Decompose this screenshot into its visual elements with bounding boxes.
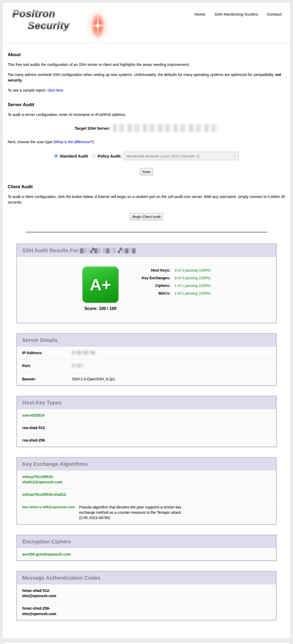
stat-value: 1 of 1 passing (100%) [170, 283, 210, 288]
results-title: SSH Audit Results For ▓▒░▞▓▒ ▒▓░▒ ▞▒▓░▓ [17, 244, 276, 257]
nav-contact[interactable]: Contact [267, 12, 282, 16]
table-row: aes256-gcm@openssh.com [17, 548, 276, 560]
row-value-redacted [72, 363, 84, 369]
scan-type-difference-link[interactable]: What is the difference? [54, 140, 92, 144]
table-row: rsa-sha2-256 [17, 434, 276, 446]
site-header: Positron Security Home SSH Hardening Gui… [2, 2, 291, 43]
algorithm-note: Pseudo-algorithm that denotes the peer s… [79, 505, 184, 521]
row-label: Port: [22, 363, 72, 369]
standard-audit-radio[interactable] [54, 154, 58, 158]
host-key-types-heading: Host Key Types [17, 396, 276, 409]
main-content: Positron Security Home SSH Hardening Gui… [2, 2, 291, 639]
about-p2-text: Too many admins overlook SSH configurati… [8, 73, 275, 77]
scan-type-line: Next, choose the scan type (What is the … [8, 139, 285, 145]
key-exchange-body: sntrup761x25519-sha512@openssh.com sntru… [17, 471, 276, 524]
stat-value: 3 of 3 passing (100%) [170, 268, 210, 272]
grade-column: A+ Score: 100 / 100 [83, 267, 118, 311]
redacted-ip-value [72, 351, 96, 355]
table-row: sntrup761x25519-sha512@openssh.com [17, 471, 276, 488]
scan-type-text-end: ): [92, 140, 95, 144]
macs-body: hmac-sha2-512-etm@openssh.com hmac-sha2-… [17, 584, 276, 620]
begin-client-audit-button[interactable]: Begin Client Audit [130, 213, 163, 220]
audit-results: SSH Audit Results For ▓▒░▞▓▒ ▒▓░▒ ▞▒▓░▓ … [16, 244, 277, 620]
scan-button-row: Scan [8, 168, 285, 175]
scan-button[interactable]: Scan [140, 168, 153, 175]
score-label: Score: 100 / 100 [83, 306, 118, 311]
table-row: sntrup761x25519-sha512 [17, 488, 276, 501]
results-title-text: SSH Audit Results For [22, 247, 80, 253]
nav-ssh-hardening-guides[interactable]: SSH Hardening Guides [214, 12, 258, 16]
server-details-body: IP Address: Port: Banner: SSH-2.0-OpenSS… [17, 347, 276, 385]
scan-type-text: Next, choose the scan type ( [8, 140, 54, 144]
macs-box: Message Authentication Codes hmac-sha2-5… [16, 571, 277, 620]
client-audit-button-row: Begin Client Audit [8, 213, 285, 220]
target-ssh-server-input[interactable] [113, 124, 218, 132]
row-value: SSH-2.0-OpenSSH_9.2p1 [72, 376, 115, 382]
server-audit-heading: Server Audit [8, 102, 285, 107]
table-row: rsa-sha2-512 [17, 421, 276, 434]
policy-audit-radio[interactable] [92, 154, 96, 158]
sample-report-text: To see a sample report, [8, 88, 47, 92]
chevron-down-icon: ⌄ [234, 154, 236, 158]
macs-heading: Message Authentication Codes [17, 571, 276, 584]
about-paragraph-1: This free tool audits the configuration … [8, 62, 285, 67]
site-footer: sshaudit.com Copyright 2017-2023 Positro… [2, 642, 291, 644]
algorithm-note [79, 492, 184, 497]
algorithm-name: hmac-sha2-256-etm@openssh.com [22, 606, 65, 616]
grade-badge: A+ [83, 267, 118, 303]
table-row: kex-strict-s-v00@openssh.com Pseudo-algo… [17, 501, 276, 524]
algorithm-name: aes256-gcm@openssh.com [22, 552, 91, 557]
client-audit-text: To audit a client configuration, click t… [8, 195, 168, 199]
redacted-input-value [113, 124, 218, 132]
about-p3-period: . [63, 88, 64, 92]
key-exchange-box: Key Exchange Algorithms sntrup761x25519-… [16, 457, 277, 525]
grade-letter: A+ [90, 275, 111, 294]
standard-audit-label: Standard Audit [60, 154, 88, 158]
section-divider [26, 232, 267, 232]
nav-home[interactable]: Home [194, 12, 205, 16]
about-heading: About [8, 52, 285, 57]
row-value-redacted [72, 350, 96, 356]
policy-select[interactable]: Hardened Amazon Linux 2023 (version 1) ⌄ [123, 152, 239, 160]
about-paragraph-3: To see a sample report, click here. [8, 88, 285, 93]
table-row-ip-address: IP Address: [17, 347, 276, 359]
row-label: IP Address: [22, 350, 72, 356]
table-row: ssh-ed25519 [17, 409, 276, 421]
algorithm-name: sntrup761x25519-sha512 [22, 492, 79, 497]
scan-type-row: Standard Audit Policy Audit: Hardened Am… [8, 152, 285, 160]
table-row-banner: Banner: SSH-2.0-OpenSSH_9.2p1 [17, 373, 276, 385]
sample-report-link[interactable]: click here [47, 88, 63, 92]
host-key-types-body: ssh-ed25519 rsa-sha2-512 rsa-sha2-256 [17, 409, 276, 447]
redacted-port-value [72, 364, 84, 368]
algorithm-name: sntrup761x25519-sha512@openssh.com [22, 474, 79, 485]
stat-value: 2 of 2 passing (100%) [170, 291, 210, 295]
algorithm-note [79, 474, 184, 485]
key-exchange-heading: Key Exchange Algorithms [17, 458, 276, 471]
encryption-ciphers-heading: Encryption Ciphers [17, 535, 276, 548]
stat-label: Key Exchanges: [133, 276, 170, 280]
stat-row-key-exchanges: Key Exchanges: 3 of 3 passing (100%) [133, 276, 210, 280]
client-audit-paragraph: To audit a client configuration, click t… [8, 194, 285, 205]
server-audit-intro: To audit a server configuration, enter i… [8, 112, 285, 118]
main-nav: Home SSH Hardening Guides Contact [194, 12, 282, 16]
encryption-ciphers-box: Encryption Ciphers aes256-gcm@openssh.co… [16, 535, 277, 561]
logo-line-2: Security [28, 20, 70, 31]
algorithm-name: hmac-sha2-512-etm@openssh.com [22, 588, 65, 599]
policy-audit-label: Policy Audit: [98, 154, 122, 158]
table-row: hmac-sha2-256-etm@openssh.com [17, 602, 276, 620]
table-row: hmac-sha2-512-etm@openssh.com [17, 584, 276, 602]
server-details-heading: Server Details [17, 334, 276, 347]
redacted-target-name: ▓▒░▞▓▒ ▒▓░▒ ▞▒▓░▓ [80, 248, 136, 253]
stat-row-ciphers: Ciphers: 1 of 1 passing (100%) [133, 283, 210, 288]
logo-line-1: Positron [12, 8, 55, 20]
stat-value: 3 of 3 passing (100%) [170, 276, 210, 280]
table-row-port: Port: [17, 359, 276, 372]
algorithm-name: ssh-ed25519 [22, 413, 44, 418]
stat-row-host-keys: Host Keys: 3 of 3 passing (100%) [133, 268, 210, 272]
target-server-row: Target SSH Server: [8, 124, 285, 132]
target-ssh-server-label: Target SSH Server: [75, 126, 111, 130]
about-paragraph-2: Too many admins overlook SSH configurati… [8, 72, 285, 83]
stat-label: Host Keys: [133, 268, 170, 272]
ssh-audit-com-italic: ssh-audit.com [168, 195, 191, 199]
positron-security-logo[interactable]: Positron Security [12, 8, 123, 40]
